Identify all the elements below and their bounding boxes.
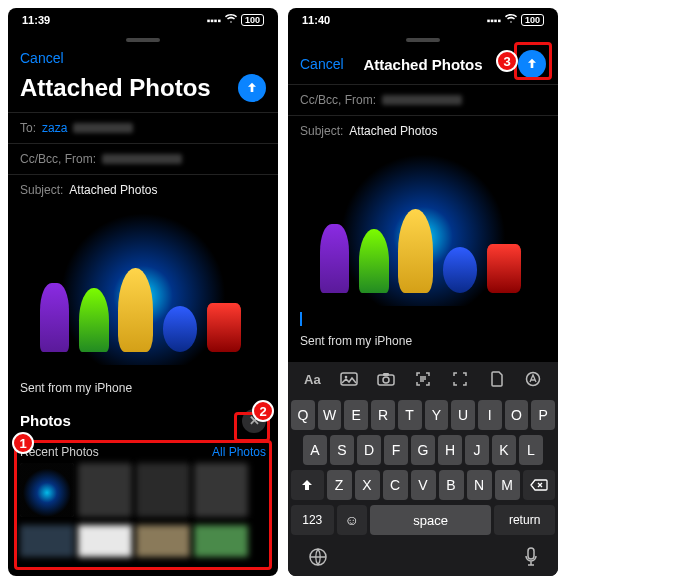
key-row-4: 123 ☺ space return bbox=[291, 505, 555, 535]
photos-section-header: Photos ✕ bbox=[8, 403, 278, 439]
photo-library-icon[interactable] bbox=[338, 370, 360, 388]
sheet-grabber[interactable] bbox=[126, 38, 160, 42]
send-button[interactable] bbox=[238, 74, 266, 102]
compose-header: Cancel Attached Photos bbox=[288, 46, 558, 84]
key-b[interactable]: B bbox=[439, 470, 464, 500]
key-l[interactable]: L bbox=[519, 435, 543, 465]
to-label: To: bbox=[20, 121, 36, 135]
key-row-3: Z X C V B N M bbox=[291, 470, 555, 500]
all-photos-link[interactable]: All Photos bbox=[212, 445, 266, 459]
key-t[interactable]: T bbox=[398, 400, 422, 430]
redacted bbox=[102, 154, 182, 164]
key-n[interactable]: N bbox=[467, 470, 492, 500]
photo-thumb[interactable] bbox=[20, 525, 74, 557]
scan-doc-icon[interactable] bbox=[449, 370, 471, 388]
key-x[interactable]: X bbox=[355, 470, 380, 500]
markup-icon[interactable] bbox=[522, 370, 544, 388]
svg-point-1 bbox=[345, 376, 348, 379]
battery-icon: 100 bbox=[521, 14, 544, 26]
camera-icon[interactable] bbox=[375, 370, 397, 388]
character-sadness bbox=[443, 247, 477, 293]
character-disgust bbox=[359, 229, 389, 294]
mic-icon[interactable] bbox=[524, 547, 538, 572]
attached-image[interactable] bbox=[20, 211, 266, 365]
key-a[interactable]: A bbox=[303, 435, 327, 465]
page-title: Attached Photos bbox=[20, 74, 211, 102]
keyboard: Q W E R T Y U I O P A S D F G H J K L Z … bbox=[288, 396, 558, 541]
character-joy bbox=[118, 268, 152, 353]
key-p[interactable]: P bbox=[531, 400, 555, 430]
photo-thumbnails-row2 bbox=[8, 525, 278, 569]
subject-label: Subject: bbox=[300, 124, 343, 138]
key-e[interactable]: E bbox=[344, 400, 368, 430]
photo-thumb[interactable] bbox=[194, 463, 248, 517]
key-j[interactable]: J bbox=[465, 435, 489, 465]
key-q[interactable]: Q bbox=[291, 400, 315, 430]
subject-value: Attached Photos bbox=[69, 183, 157, 197]
character-fear bbox=[40, 283, 70, 352]
clock: 11:39 bbox=[22, 14, 50, 26]
cancel-button[interactable]: Cancel bbox=[20, 50, 64, 66]
key-return[interactable]: return bbox=[494, 505, 555, 535]
key-i[interactable]: I bbox=[478, 400, 502, 430]
photo-thumb[interactable] bbox=[136, 463, 190, 517]
photo-thumb[interactable] bbox=[78, 463, 132, 517]
svg-rect-7 bbox=[528, 548, 534, 559]
key-backspace[interactable] bbox=[523, 470, 556, 500]
key-z[interactable]: Z bbox=[327, 470, 352, 500]
key-u[interactable]: U bbox=[451, 400, 475, 430]
wifi-icon bbox=[225, 14, 237, 26]
key-c[interactable]: C bbox=[383, 470, 408, 500]
right-phone: 11:40 ▪▪▪▪ 100 Cancel Attached Photos Cc… bbox=[288, 8, 558, 576]
page-title-row: Attached Photos bbox=[8, 72, 278, 112]
cancel-button[interactable]: Cancel bbox=[300, 56, 344, 72]
key-f[interactable]: F bbox=[384, 435, 408, 465]
key-o[interactable]: O bbox=[505, 400, 529, 430]
compose-header: Cancel bbox=[8, 46, 278, 72]
character-anger bbox=[487, 244, 521, 293]
attachment-icon[interactable] bbox=[486, 370, 508, 388]
sheet-grabber[interactable] bbox=[406, 38, 440, 42]
photos-title: Photos bbox=[20, 412, 71, 429]
key-shift[interactable] bbox=[291, 470, 324, 500]
character-fear bbox=[320, 224, 350, 293]
key-v[interactable]: V bbox=[411, 470, 436, 500]
photo-thumb[interactable] bbox=[194, 525, 248, 557]
key-emoji[interactable]: ☺ bbox=[337, 505, 367, 535]
character-joy bbox=[398, 209, 432, 294]
text-format-icon[interactable]: Aa bbox=[301, 370, 323, 388]
ccbcc-field[interactable]: Cc/Bcc, From: bbox=[8, 143, 278, 174]
key-s[interactable]: S bbox=[330, 435, 354, 465]
key-y[interactable]: Y bbox=[425, 400, 449, 430]
subject-field[interactable]: Subject: Attached Photos bbox=[288, 115, 558, 146]
key-r[interactable]: R bbox=[371, 400, 395, 430]
character-sadness bbox=[163, 306, 197, 352]
signature: Sent from my iPhone bbox=[8, 371, 278, 403]
key-d[interactable]: D bbox=[357, 435, 381, 465]
signature: Sent from my iPhone bbox=[288, 330, 558, 356]
send-button[interactable] bbox=[518, 50, 546, 78]
svg-rect-4 bbox=[383, 373, 389, 376]
key-h[interactable]: H bbox=[438, 435, 462, 465]
key-k[interactable]: K bbox=[492, 435, 516, 465]
status-bar: 11:39 ▪▪▪▪ 100 bbox=[8, 8, 278, 32]
ccbcc-label: Cc/Bcc, From: bbox=[20, 152, 96, 166]
to-field[interactable]: To: zaza bbox=[8, 112, 278, 143]
ccbcc-field[interactable]: Cc/Bcc, From: bbox=[288, 84, 558, 115]
photo-thumb[interactable] bbox=[78, 525, 132, 557]
attached-image[interactable] bbox=[300, 152, 546, 306]
photo-thumb[interactable] bbox=[136, 525, 190, 557]
key-numbers[interactable]: 123 bbox=[291, 505, 334, 535]
format-toolbar: Aa bbox=[288, 361, 558, 396]
key-w[interactable]: W bbox=[318, 400, 342, 430]
globe-icon[interactable] bbox=[308, 547, 328, 572]
annotation-badge-3: 3 bbox=[496, 50, 518, 72]
photo-thumb[interactable] bbox=[20, 463, 74, 517]
clock: 11:40 bbox=[302, 14, 330, 26]
key-m[interactable]: M bbox=[495, 470, 520, 500]
subject-field[interactable]: Subject: Attached Photos bbox=[8, 174, 278, 205]
scan-text-icon[interactable] bbox=[412, 370, 434, 388]
key-space[interactable]: space bbox=[370, 505, 491, 535]
key-g[interactable]: G bbox=[411, 435, 435, 465]
signal-icon: ▪▪▪▪ bbox=[207, 15, 221, 26]
